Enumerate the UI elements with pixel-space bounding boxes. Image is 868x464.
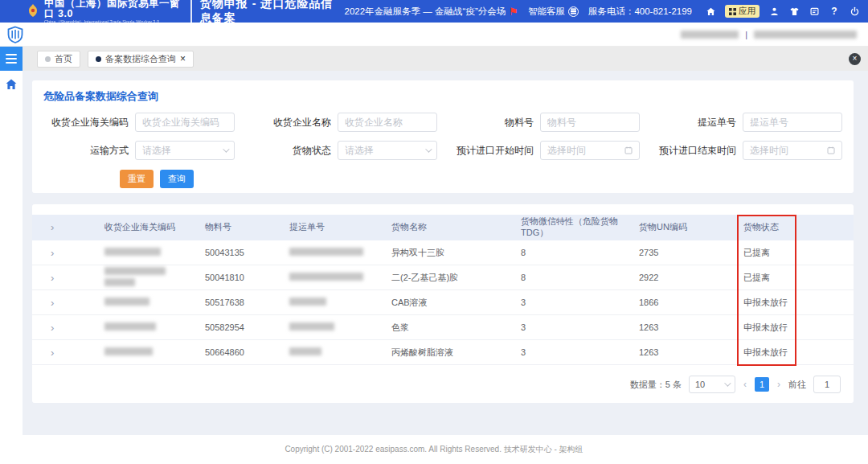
home-icon[interactable] xyxy=(705,6,716,17)
material-no-input[interactable] xyxy=(540,113,640,132)
expand-all-icon[interactable]: › xyxy=(43,221,96,234)
flag-icon: ⚑ xyxy=(509,6,518,17)
consignee-code-redacted xyxy=(104,322,156,331)
footer: Copyright (C) 2001-2022 easipass.com. Al… xyxy=(0,435,868,464)
goto-page-input[interactable] xyxy=(813,376,841,393)
row-expand-icon[interactable]: › xyxy=(43,297,96,309)
cell-tdg: 3 xyxy=(513,298,631,307)
cargo-status-select[interactable]: 请选择 xyxy=(338,141,437,160)
smart-service-link[interactable]: 智能客服 xyxy=(528,6,579,18)
user-icon[interactable] xyxy=(768,6,780,17)
transport-mode-select[interactable]: 请选择 xyxy=(135,141,235,160)
query-panel-title: 危险品备案数据综合查询 xyxy=(43,89,842,104)
top-header-right: 2022年金融服务季 — 金融战“疫”分会场 ⚑ 智能客服 服务电话：400-8… xyxy=(345,5,860,18)
results-table-panel: › 收货企业海关编码 物料号 提运单号 货物名称 货物微信特性（危险货物TDG）… xyxy=(32,204,854,403)
query-panel: 危险品备案数据综合查询 收货企业海关编码 收货企业名称 物料号 提运单号 xyxy=(32,80,854,193)
import-end-date-picker[interactable]: 选择时间 xyxy=(743,141,842,160)
sidebar xyxy=(0,71,23,435)
tab-home[interactable]: 首页 xyxy=(37,51,80,68)
user-info-redacted: | xyxy=(681,30,857,39)
reset-button[interactable]: 重置 xyxy=(120,170,154,188)
cell-tdg: 3 xyxy=(513,347,631,357)
cell-cargo-name: CAB溶液 xyxy=(383,297,513,309)
field-label-consignee-name: 收货企业名称 xyxy=(246,116,331,129)
consignee-code-redacted xyxy=(104,298,149,306)
table-row: › 50664860 丙烯酸树脂溶液 3 1263 申报未放行 xyxy=(32,340,854,365)
cell-material-no: 50517638 xyxy=(197,298,281,307)
tab-dot xyxy=(96,56,101,62)
import-start-date-picker[interactable]: 选择时间 xyxy=(540,141,640,160)
bl-no-redacted xyxy=(289,248,363,256)
cell-cargo-name: 二(2-乙基己基)胺 xyxy=(383,272,513,284)
consignee-name-input[interactable] xyxy=(338,113,437,132)
consignee-code-redacted xyxy=(104,278,135,286)
top-header-bar: 中国（上海）国际贸易单一窗口 3.0 China（ShangHai）Intern… xyxy=(0,0,868,23)
cell-status: 已提离 xyxy=(735,272,854,284)
company-name-redacted xyxy=(754,31,857,39)
calendar-icon xyxy=(624,146,633,154)
workspace-icon[interactable] xyxy=(809,6,820,17)
row-expand-icon[interactable]: › xyxy=(43,322,96,334)
user-info-separator: | xyxy=(745,30,747,39)
row-expand-icon[interactable]: › xyxy=(43,347,96,359)
table-row: › 50517638 CAB溶液 3 1866 申报未放行 xyxy=(32,290,854,315)
bl-no-input[interactable] xyxy=(743,113,842,132)
bl-no-redacted xyxy=(289,322,334,331)
field-label-material-no: 物料号 xyxy=(448,116,534,129)
prev-page-button[interactable]: ‹ xyxy=(743,379,747,390)
chevron-down-icon xyxy=(223,146,229,152)
table-row: › 50043135 异构双十三胺 8 2735 已提离 xyxy=(32,240,854,265)
consignee-customs-code-input[interactable] xyxy=(135,113,235,132)
theme-shirt-icon[interactable] xyxy=(788,6,800,17)
search-button[interactable]: 查询 xyxy=(160,170,194,188)
cell-status: 已提离 xyxy=(735,247,854,259)
chevron-down-icon xyxy=(724,380,731,386)
cell-tdg: 8 xyxy=(513,248,631,257)
col-material-no: 物料号 xyxy=(197,222,281,233)
grid-icon xyxy=(729,8,736,15)
brand-title: 中国（上海）国际贸易单一窗口 3.0 xyxy=(44,0,182,19)
close-all-tabs-button[interactable]: × xyxy=(849,53,861,65)
menu-toggle-button[interactable] xyxy=(0,47,23,71)
apps-button-label: 应用 xyxy=(739,6,755,17)
cell-cargo-name: 丙烯酸树脂溶液 xyxy=(383,347,513,359)
apps-button[interactable]: 应用 xyxy=(725,5,760,18)
promo-banner-text: 2022年金融服务季 — 金融战“疫”分会场 xyxy=(345,6,506,18)
field-label-consignee-code: 收货企业海关编码 xyxy=(43,116,129,129)
col-consignee-code: 收货企业海关编码 xyxy=(96,222,197,233)
col-bl-no: 提运单号 xyxy=(281,222,383,233)
page-1-button[interactable]: 1 xyxy=(755,377,769,392)
secondary-header-bar: | xyxy=(0,23,868,47)
promo-banner-link[interactable]: 2022年金融服务季 — 金融战“疫”分会场 ⚑ xyxy=(345,6,518,18)
bl-no-redacted xyxy=(289,273,363,281)
tab-record-query[interactable]: 备案数据综合查询 × xyxy=(88,51,194,68)
tab-dot xyxy=(45,56,51,62)
main-content: 危险品备案数据综合查询 收货企业海关编码 收货企业名称 物料号 提运单号 xyxy=(23,71,868,435)
national-emblem-icon xyxy=(27,3,39,19)
sidebar-home-icon[interactable] xyxy=(5,78,18,91)
row-expand-icon[interactable]: › xyxy=(43,272,96,284)
cell-status: 申报未放行 xyxy=(735,322,854,334)
page-size-select[interactable]: 10 xyxy=(689,376,735,393)
header-icon-cluster: 应用 ? xyxy=(705,5,860,18)
pagination: 数据量：5 条 10 ‹ 1 › 前往 xyxy=(32,376,841,393)
field-label-cargo-status: 货物状态 xyxy=(246,144,331,158)
cell-un-code: 1263 xyxy=(631,347,735,357)
cell-material-no: 50041810 xyxy=(197,273,281,282)
field-label-import-end: 预计进口结束时间 xyxy=(651,144,736,158)
next-page-button[interactable]: › xyxy=(776,379,781,390)
consignee-code-redacted xyxy=(104,248,161,256)
tab-record-query-label: 备案数据综合查询 xyxy=(105,53,176,65)
smart-service-label: 智能客服 xyxy=(528,6,565,18)
tab-close-icon[interactable]: × xyxy=(180,54,186,64)
cell-status: 申报未放行 xyxy=(735,347,854,359)
query-form: 收货企业海关编码 收货企业名称 物料号 提运单号 运输方式 xyxy=(43,113,842,160)
cell-un-code: 2922 xyxy=(631,273,735,282)
power-icon[interactable] xyxy=(849,6,860,17)
row-expand-icon[interactable]: › xyxy=(43,247,96,259)
field-label-import-start: 预计进口开始时间 xyxy=(448,144,534,158)
chevron-down-icon xyxy=(425,146,432,152)
cell-cargo-name: 异构双十三胺 xyxy=(383,247,513,259)
pagination-count: 数据量：5 条 xyxy=(630,379,682,391)
help-icon[interactable]: ? xyxy=(829,6,840,17)
